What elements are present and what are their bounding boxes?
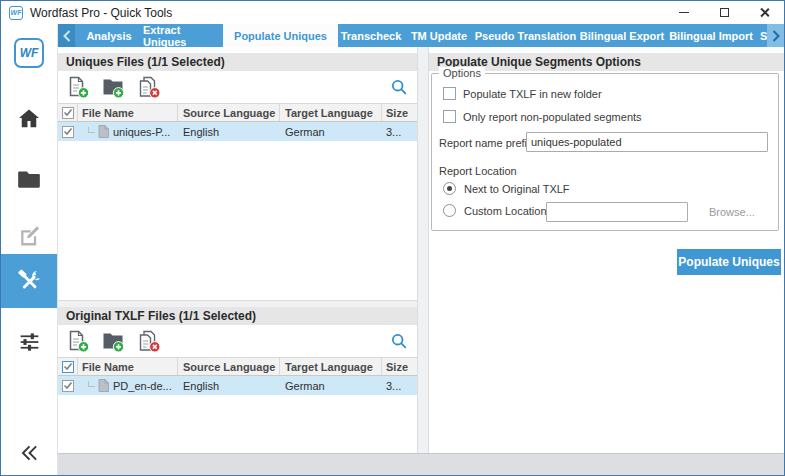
populate-uniques-button[interactable]: Populate Uniques bbox=[677, 249, 781, 275]
tab-pseudo-translation[interactable]: Pseudo Translation bbox=[474, 24, 577, 47]
txlf-files-panel-title: Original TXLF Files (1/1 Selected) bbox=[66, 309, 256, 323]
checkbox-checked-icon bbox=[62, 361, 74, 373]
file-lists-column: Uniques Files (1/1 Selected) bbox=[58, 47, 417, 453]
uniques-select-all-checkbox[interactable] bbox=[58, 104, 78, 121]
window-controls bbox=[664, 1, 784, 24]
tab-bar: Analysis Extract Uniques Populate Unique… bbox=[58, 24, 784, 47]
only-report-non-populated-option[interactable]: Only report non-populated segments bbox=[443, 110, 642, 123]
tab-scroll-right-button[interactable] bbox=[767, 24, 784, 47]
tab-extract-uniques[interactable]: Extract Uniques bbox=[143, 24, 223, 47]
checkbox-checked-icon bbox=[62, 126, 74, 138]
txlf-col-size[interactable]: Size bbox=[382, 358, 417, 375]
chevron-right-icon bbox=[772, 30, 780, 42]
tab-bilingual-import[interactable]: Bilingual Import bbox=[667, 24, 755, 47]
txlf-col-source-language[interactable]: Source Language bbox=[178, 358, 280, 375]
remove-files-button[interactable] bbox=[135, 328, 161, 354]
add-file-icon bbox=[66, 75, 90, 99]
txlf-row-file-cell: PD_en-de... bbox=[78, 376, 178, 395]
options-group-legend: Options bbox=[439, 67, 485, 79]
txlf-table-row[interactable]: PD_en-de... English German 3... bbox=[58, 376, 417, 395]
uniques-search-button[interactable] bbox=[389, 77, 409, 97]
tab-partial[interactable]: S bbox=[755, 24, 767, 47]
uniques-table-row[interactable]: uniques-P... English German 3... bbox=[58, 122, 417, 141]
titlebar: WF Wordfast Pro - Quick Tools bbox=[1, 1, 784, 24]
tab-bilingual-export[interactable]: Bilingual Export bbox=[577, 24, 667, 47]
uniques-row-file-name: uniques-P... bbox=[113, 126, 170, 138]
checkbox-checked-icon bbox=[62, 107, 74, 119]
checkbox-unchecked-icon[interactable] bbox=[443, 110, 456, 123]
home-icon bbox=[16, 106, 42, 132]
sidebar-item-home[interactable] bbox=[1, 102, 57, 136]
column-splitter[interactable] bbox=[417, 47, 429, 453]
txlf-select-all-checkbox[interactable] bbox=[58, 358, 78, 375]
remove-files-button[interactable] bbox=[135, 74, 161, 100]
collapse-double-chevron-icon bbox=[18, 442, 40, 464]
add-folder-icon bbox=[101, 329, 125, 353]
next-to-original-option[interactable]: Next to Original TXLF bbox=[443, 182, 570, 195]
uniques-files-toolbar bbox=[58, 71, 417, 103]
tab-populate-uniques[interactable]: Populate Uniques bbox=[223, 24, 338, 47]
uniques-row-source: English bbox=[178, 122, 280, 141]
sidebar-item-editor[interactable] bbox=[1, 218, 57, 252]
txlf-row-checkbox[interactable] bbox=[58, 376, 78, 395]
minimize-button[interactable] bbox=[664, 1, 704, 24]
tree-elbow-icon bbox=[88, 381, 95, 387]
uniques-files-panel-header: Uniques Files (1/1 Selected) bbox=[58, 53, 417, 71]
add-folder-button[interactable] bbox=[100, 74, 126, 100]
add-file-button[interactable] bbox=[65, 74, 91, 100]
uniques-col-file-name[interactable]: File Name bbox=[78, 104, 178, 121]
sidebar-item-preferences[interactable] bbox=[1, 324, 57, 358]
sliders-icon bbox=[17, 329, 42, 354]
txlf-table-header: File Name Source Language Target Languag… bbox=[58, 357, 417, 376]
checkbox-unchecked-icon[interactable] bbox=[443, 87, 456, 100]
tools-icon bbox=[16, 268, 43, 295]
tab-analysis[interactable]: Analysis bbox=[75, 24, 143, 47]
app-window: WF Wordfast Pro - Quick Tools Analysis E… bbox=[0, 0, 785, 476]
add-folder-button[interactable] bbox=[100, 328, 126, 354]
tab-transcheck[interactable]: Transcheck bbox=[338, 24, 404, 47]
populate-new-folder-option[interactable]: Populate TXLF in new folder bbox=[443, 87, 602, 100]
report-name-prefix-label: Report name prefix: bbox=[439, 137, 536, 149]
remove-files-icon bbox=[136, 329, 161, 353]
custom-location-label: Custom Location: bbox=[464, 205, 550, 217]
uniques-col-source-language[interactable]: Source Language bbox=[178, 104, 280, 121]
custom-location-input[interactable] bbox=[546, 202, 688, 222]
panel-splitter-horizontal[interactable] bbox=[58, 300, 417, 307]
uniques-col-size[interactable]: Size bbox=[382, 104, 417, 121]
tab-scroll-left-button[interactable] bbox=[58, 24, 75, 47]
report-location-label: Report Location bbox=[439, 165, 517, 177]
txlf-col-file-name[interactable]: File Name bbox=[78, 358, 178, 375]
file-icon bbox=[98, 379, 109, 392]
txlf-search-button[interactable] bbox=[389, 331, 409, 351]
tree-elbow-icon bbox=[88, 127, 95, 133]
sidebar-item-files[interactable] bbox=[1, 162, 57, 196]
add-folder-icon bbox=[101, 75, 125, 99]
browse-button[interactable]: Browse... bbox=[709, 206, 755, 218]
radio-unselected-icon[interactable] bbox=[443, 204, 456, 217]
close-button[interactable] bbox=[744, 1, 784, 24]
uniques-row-target: German bbox=[280, 122, 382, 141]
only-report-non-populated-label: Only report non-populated segments bbox=[463, 111, 642, 123]
file-icon bbox=[98, 125, 109, 138]
radio-selected-icon[interactable] bbox=[443, 182, 456, 195]
sidebar-collapse-button[interactable] bbox=[1, 436, 57, 470]
sidebar-item-quick-tools[interactable] bbox=[1, 254, 57, 308]
txlf-col-target-language[interactable]: Target Language bbox=[280, 358, 382, 375]
report-name-prefix-input[interactable] bbox=[526, 132, 768, 152]
search-icon bbox=[391, 333, 407, 349]
checkbox-checked-icon bbox=[62, 380, 74, 392]
search-icon bbox=[391, 79, 407, 95]
txlf-row-source: English bbox=[178, 376, 280, 395]
sidebar-item-logo[interactable]: WF bbox=[1, 36, 57, 70]
uniques-table-header: File Name Source Language Target Languag… bbox=[58, 103, 417, 122]
uniques-row-checkbox[interactable] bbox=[58, 122, 78, 141]
uniques-files-panel-title: Uniques Files (1/1 Selected) bbox=[66, 55, 225, 69]
folder-icon bbox=[16, 166, 42, 192]
custom-location-option[interactable]: Custom Location: bbox=[443, 204, 550, 217]
populate-new-folder-label: Populate TXLF in new folder bbox=[463, 88, 602, 100]
add-file-button[interactable] bbox=[65, 328, 91, 354]
tab-tm-update[interactable]: TM Update bbox=[404, 24, 474, 47]
main-area: Uniques Files (1/1 Selected) bbox=[58, 47, 784, 453]
maximize-button[interactable] bbox=[704, 1, 744, 24]
uniques-col-target-language[interactable]: Target Language bbox=[280, 104, 382, 121]
